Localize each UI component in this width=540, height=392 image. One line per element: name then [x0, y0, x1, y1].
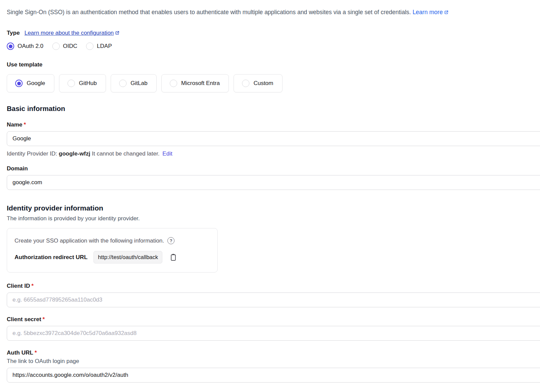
idp-information-heading: Identity provider information [7, 204, 540, 212]
idp-subtitle: The information is provided by your iden… [7, 215, 540, 222]
name-label-text: Name [7, 121, 22, 128]
auth-url-hint: The link to OAuth login page [7, 358, 540, 365]
name-input[interactable] [7, 131, 540, 146]
required-asterisk: * [24, 121, 26, 128]
template-custom-label: Custom [253, 80, 273, 87]
client-id-label: Client ID* [7, 283, 540, 289]
redirect-url-row: Authorization redirect URL http://test/o… [15, 251, 210, 263]
basic-information-heading: Basic information [7, 105, 540, 113]
auth-url-label: Auth URL* [7, 349, 540, 356]
client-secret-label: Client secret* [7, 316, 540, 323]
external-link-icon [444, 10, 449, 15]
client-id-input[interactable] [7, 292, 540, 307]
sso-description: Single Sign-On (SSO) is an authenticatio… [7, 8, 540, 16]
use-template-label: Use template [7, 61, 540, 68]
radio-unselected-icon [119, 80, 127, 87]
configuration-docs-label: Learn more about the configuration [24, 30, 114, 36]
copy-redirect-url-button[interactable] [168, 252, 178, 262]
external-link-icon [115, 30, 120, 35]
edit-provider-id-link[interactable]: Edit [162, 150, 172, 157]
template-github-label: GitHub [79, 80, 97, 87]
template-entra-label: Microsoft Entra [181, 80, 220, 87]
radio-selected-icon [15, 80, 23, 87]
help-icon[interactable]: ? [167, 237, 174, 244]
provider-id-label: Identity Provider ID: [7, 150, 57, 157]
sso-description-text: Single Sign-On (SSO) is an authenticatio… [7, 9, 411, 16]
template-card-gitlab[interactable]: GitLab [111, 74, 157, 92]
radio-unselected-icon [170, 80, 177, 87]
sso-settings-page: Single Sign-On (SSO) is an authenticatio… [0, 0, 540, 383]
provider-id-value: google-wfzj [59, 150, 90, 157]
radio-unselected-icon [242, 80, 249, 87]
radio-ldap[interactable]: LDAP [86, 43, 112, 50]
clipboard-icon [169, 253, 178, 261]
domain-label: Domain [7, 165, 540, 172]
redirect-url-value: http://test/oauth/callback [93, 251, 162, 263]
client-id-label-text: Client ID [7, 283, 30, 289]
redirect-url-label: Authorization redirect URL [15, 254, 87, 261]
instruction-text: Create your SSO application with the fol… [15, 237, 164, 244]
type-radio-group: OAuth 2.0 OIDC LDAP [7, 43, 540, 50]
configuration-docs-link[interactable]: Learn more about the configuration [24, 30, 120, 36]
radio-oauth2-label: OAuth 2.0 [18, 43, 44, 50]
radio-oidc-label: OIDC [63, 43, 78, 50]
provider-id-line: Identity Provider ID: google-wfzj It can… [7, 150, 540, 157]
radio-ldap-label: LDAP [97, 43, 112, 50]
provider-id-note: It cannot be changed later. [92, 150, 159, 157]
radio-unselected-icon [68, 80, 75, 87]
type-row: Type Learn more about the configuration [7, 30, 540, 36]
required-asterisk: * [43, 316, 45, 323]
radio-unselected-icon [52, 43, 60, 50]
required-asterisk: * [31, 283, 34, 289]
radio-selected-icon [7, 43, 14, 50]
sso-instruction-card: Create your SSO application with the fol… [7, 228, 218, 273]
learn-more-label: Learn more [412, 9, 443, 16]
radio-oauth2[interactable]: OAuth 2.0 [7, 43, 44, 50]
template-card-google[interactable]: Google [7, 74, 54, 92]
auth-url-input[interactable] [7, 368, 540, 383]
template-gitlab-label: GitLab [131, 80, 147, 87]
required-asterisk: * [34, 349, 37, 356]
template-options: Google GitHub GitLab Microsoft Entra Cus… [7, 74, 540, 92]
domain-input[interactable] [7, 175, 540, 190]
radio-oidc[interactable]: OIDC [52, 43, 78, 50]
template-google-label: Google [27, 80, 45, 87]
radio-unselected-icon [86, 43, 93, 50]
auth-url-label-text: Auth URL [7, 349, 33, 356]
client-secret-input[interactable] [7, 326, 540, 341]
template-card-custom[interactable]: Custom [234, 74, 282, 92]
type-label: Type [7, 30, 20, 36]
name-label: Name* [7, 121, 540, 128]
template-card-github[interactable]: GitHub [59, 74, 106, 92]
client-secret-label-text: Client secret [7, 316, 41, 323]
instruction-row: Create your SSO application with the fol… [15, 237, 210, 244]
template-card-microsoft-entra[interactable]: Microsoft Entra [161, 74, 229, 92]
learn-more-link[interactable]: Learn more [412, 9, 449, 16]
